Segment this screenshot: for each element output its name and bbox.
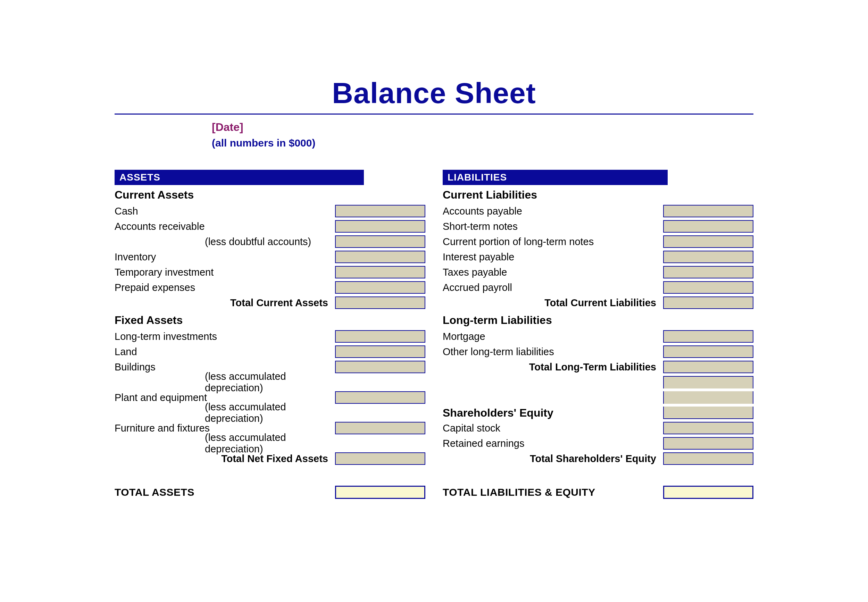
cell-prepaid[interactable]: [335, 281, 425, 294]
cell-ltportion[interactable]: [663, 235, 753, 248]
cell-inventory[interactable]: [335, 251, 425, 263]
label-doubtful: (less doubtful accounts): [115, 236, 335, 247]
row-stnotes: Short-term notes: [443, 219, 753, 234]
row-prepaid: Prepaid expenses: [115, 280, 425, 295]
row-land: Land: [115, 344, 425, 359]
label-stnotes: Short-term notes: [443, 221, 663, 232]
label-ltportion: Current portion of long-term notes: [443, 236, 663, 247]
row-dep2: (less accumulated depreciation): [115, 405, 425, 421]
units-note: (all numbers in $000): [212, 137, 753, 149]
cell-capital[interactable]: [663, 422, 753, 434]
row-interest: Interest payable: [443, 249, 753, 264]
row-dep1: (less accumulated depreciation): [115, 375, 425, 390]
cell-cash[interactable]: [335, 205, 425, 217]
row-capital: Capital stock: [443, 421, 753, 436]
cell-retained[interactable]: [663, 437, 753, 450]
cell-taxes[interactable]: [663, 266, 753, 278]
assets-column: ASSETS Current Assets Cash Accounts rece…: [115, 170, 425, 501]
label-dep2: (less accumulated depreciation): [115, 401, 335, 424]
row-total-liab-equity: TOTAL LIABILITIES & EQUITY: [443, 484, 753, 501]
longterm-liabilities-title: Long-term Liabilities: [443, 314, 753, 327]
title-divider: [115, 114, 753, 115]
label-total-current-assets: Total Current Assets: [115, 297, 335, 309]
label-total-assets: TOTAL ASSETS: [115, 487, 335, 498]
label-prepaid: Prepaid expenses: [115, 282, 335, 293]
row-tempinvest: Temporary investment: [115, 264, 425, 280]
row-equity-title: Shareholders' Equity: [443, 405, 753, 421]
current-liabilities-title: Current Liabilities: [443, 189, 753, 201]
cell-total-fixed[interactable]: [335, 452, 425, 465]
row-ltportion: Current portion of long-term notes: [443, 234, 753, 249]
row-ar: Accounts receivable: [115, 219, 425, 234]
label-mortgage: Mortgage: [443, 331, 663, 342]
cell-mortgage[interactable]: [663, 330, 753, 342]
current-assets-title: Current Assets: [115, 189, 425, 201]
row-inventory: Inventory: [115, 249, 425, 264]
cell-interest[interactable]: [663, 251, 753, 263]
label-total-current-liab: Total Current Liabilities: [443, 297, 663, 309]
row-total-assets: TOTAL ASSETS: [115, 484, 425, 501]
cell-total-liab-equity[interactable]: [663, 486, 753, 499]
row-mortgage: Mortgage: [443, 329, 753, 344]
row-doubtful: (less doubtful accounts): [115, 234, 425, 249]
cell-ltinvest[interactable]: [335, 330, 425, 342]
equity-title: Shareholders' Equity: [443, 407, 663, 419]
cell-total-equity[interactable]: [663, 452, 753, 465]
cell-ar[interactable]: [335, 220, 425, 233]
label-capital: Capital stock: [443, 422, 663, 434]
label-total-fixed: Total Net Fixed Assets: [115, 453, 335, 465]
row-otherlt: Other long-term liabilities: [443, 344, 753, 359]
row-retained: Retained earnings: [443, 436, 753, 451]
label-total-liab-equity: TOTAL LIABILITIES & EQUITY: [443, 487, 663, 498]
label-ar: Accounts receivable: [115, 221, 335, 232]
label-cash: Cash: [115, 206, 335, 217]
cell-buildings[interactable]: [335, 361, 425, 373]
label-taxes: Taxes payable: [443, 267, 663, 278]
row-ltinvest: Long-term investments: [115, 329, 425, 344]
meta-block: [Date] (all numbers in $000): [212, 121, 753, 149]
row-payroll: Accrued payroll: [443, 280, 753, 295]
label-land: Land: [115, 346, 335, 358]
row-gap2: [443, 390, 753, 405]
cell-doubtful[interactable]: [335, 235, 425, 248]
cell-plant[interactable]: [335, 391, 425, 404]
cell-otherlt[interactable]: [663, 346, 753, 358]
cell-total-current-liab[interactable]: [663, 296, 753, 309]
cell-stnotes[interactable]: [663, 220, 753, 233]
row-gap1: [443, 375, 753, 390]
document-title: Balance Sheet: [115, 76, 753, 110]
row-taxes: Taxes payable: [443, 264, 753, 280]
label-dep3: (less accumulated depreciation): [115, 432, 335, 455]
cell-total-current-assets[interactable]: [335, 296, 425, 309]
liabilities-column: LIABILITIES Current Liabilities Accounts…: [443, 170, 753, 501]
cell-payroll[interactable]: [663, 281, 753, 294]
liabilities-header: LIABILITIES: [443, 170, 668, 185]
row-dep3: (less accumulated depreciation): [115, 436, 425, 451]
label-tempinvest: Temporary investment: [115, 267, 335, 278]
date-placeholder: [Date]: [212, 121, 753, 134]
row-total-lt: Total Long-Term Liabilities: [443, 359, 753, 375]
row-ap: Accounts payable: [443, 203, 753, 219]
cell-total-assets[interactable]: [335, 486, 425, 499]
label-otherlt: Other long-term liabilities: [443, 346, 663, 358]
label-total-equity: Total Shareholders' Equity: [443, 453, 663, 465]
cell-gap2: [663, 391, 753, 404]
cell-tempinvest[interactable]: [335, 266, 425, 278]
row-total-equity: Total Shareholders' Equity: [443, 451, 753, 466]
cell-land[interactable]: [335, 346, 425, 358]
row-total-fixed: Total Net Fixed Assets: [115, 451, 425, 466]
label-interest: Interest payable: [443, 251, 663, 263]
cell-gap3: [663, 407, 753, 419]
label-ap: Accounts payable: [443, 206, 663, 217]
row-total-current-assets: Total Current Assets: [115, 295, 425, 310]
label-retained: Retained earnings: [443, 438, 663, 449]
assets-header: ASSETS: [115, 170, 364, 185]
label-ltinvest: Long-term investments: [115, 331, 335, 342]
label-dep1: (less accumulated depreciation): [115, 371, 335, 394]
cell-ap[interactable]: [663, 205, 753, 217]
row-cash: Cash: [115, 203, 425, 219]
fixed-assets-title: Fixed Assets: [115, 314, 425, 327]
cell-furniture[interactable]: [335, 422, 425, 434]
cell-total-lt[interactable]: [663, 361, 753, 373]
cell-gap1: [663, 376, 753, 389]
